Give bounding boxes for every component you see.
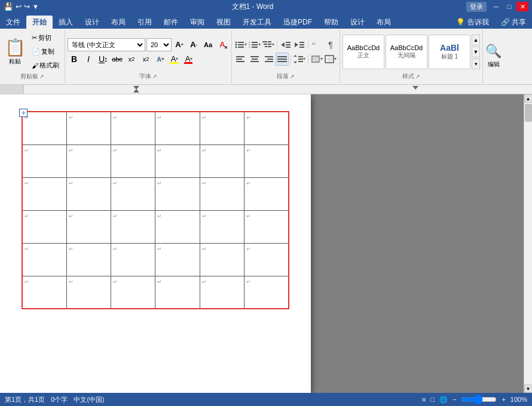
- table-cell[interactable]: ↵: [22, 276, 66, 309]
- copy-button[interactable]: 📄 复制: [29, 45, 62, 58]
- bullet-list-button[interactable]: ▾: [234, 38, 247, 51]
- table-cell[interactable]: ↵: [66, 112, 111, 144]
- tab-references[interactable]: 引用: [132, 16, 158, 29]
- tab-share[interactable]: 🔗 共享: [495, 16, 532, 29]
- tab-developer[interactable]: 开发工具: [237, 16, 277, 29]
- table-cell[interactable]: ↵: [111, 210, 155, 243]
- font-size-select[interactable]: 20: [146, 38, 172, 51]
- table-cell[interactable]: ↵: [111, 144, 155, 177]
- align-center-button[interactable]: [248, 53, 261, 66]
- tab-mailings[interactable]: 邮件: [158, 16, 184, 29]
- clipboard-expand-icon[interactable]: ↗: [39, 73, 44, 79]
- format-painter-button[interactable]: 🖌 格式刷: [29, 59, 62, 72]
- style-normal[interactable]: AaBbCcDd 正文: [343, 35, 384, 69]
- font-expand-icon[interactable]: ↗: [152, 73, 157, 79]
- table-cell[interactable]: ↵: [244, 210, 289, 243]
- text-effects-button[interactable]: A▾: [154, 53, 167, 66]
- decrease-indent-button[interactable]: [279, 38, 292, 51]
- table-cell[interactable]: ↵: [22, 210, 66, 243]
- justify-button[interactable]: [276, 53, 289, 66]
- align-left-button[interactable]: [234, 53, 247, 66]
- italic-button[interactable]: I: [82, 53, 95, 66]
- styles-expand-icon[interactable]: ↗: [415, 73, 420, 79]
- table-cell[interactable]: ↵: [155, 276, 200, 309]
- multilevel-list-button[interactable]: ▾: [262, 38, 275, 51]
- strikethrough-button[interactable]: abc: [111, 53, 124, 66]
- tab-table-design[interactable]: 设计: [344, 16, 371, 29]
- paragraph-expand-icon[interactable]: ↗: [290, 73, 295, 79]
- tab-table-layout[interactable]: 布局: [371, 16, 397, 29]
- restore-button[interactable]: □: [503, 2, 515, 11]
- table-cell[interactable]: ↵: [111, 276, 155, 309]
- tab-insert[interactable]: 插入: [53, 16, 79, 29]
- line-spacing-button[interactable]: ▾: [293, 53, 306, 66]
- style-heading1[interactable]: AaBl 标题 1: [429, 35, 470, 69]
- underline-button[interactable]: U▾: [96, 53, 109, 66]
- shrink-font-button[interactable]: A-: [187, 38, 200, 51]
- table-cell[interactable]: ↵: [111, 177, 155, 210]
- table-cell[interactable]: ↵: [111, 112, 155, 144]
- table-cell[interactable]: ↵: [155, 144, 200, 177]
- change-case-button[interactable]: Aa: [201, 38, 215, 51]
- table-cell[interactable]: ↵: [200, 144, 244, 177]
- table-cell[interactable]: ↵: [244, 177, 289, 210]
- table-cell[interactable]: ↵: [155, 243, 200, 276]
- styles-scroll-up[interactable]: ▲: [472, 35, 480, 45]
- undo-icon[interactable]: ↩: [16, 2, 22, 11]
- table-cell[interactable]: ↵: [66, 177, 111, 210]
- table-cell[interactable]: ↵: [200, 276, 244, 309]
- table-cell[interactable]: ↵: [155, 177, 200, 210]
- minimize-button[interactable]: ─: [490, 2, 502, 11]
- zoom-slider[interactable]: [461, 395, 497, 404]
- table-cell[interactable]: ↵: [200, 177, 244, 210]
- sort-button[interactable]: A↕: [310, 38, 323, 51]
- table-cell[interactable]: ↵: [200, 112, 244, 144]
- table-cell[interactable]: ↵: [66, 276, 111, 309]
- table-cell[interactable]: ↵: [244, 243, 289, 276]
- login-button[interactable]: 登录: [466, 2, 487, 12]
- tab-design[interactable]: 设计: [79, 16, 105, 29]
- table-cell[interactable]: ↵: [200, 210, 244, 243]
- save-icon[interactable]: 💾: [4, 2, 13, 11]
- cut-button[interactable]: ✂ 剪切: [29, 32, 62, 44]
- zoom-in-icon[interactable]: +: [502, 396, 505, 403]
- scroll-up-button[interactable]: ▲: [524, 94, 533, 103]
- font-name-select[interactable]: 等线 (中文正文: [68, 38, 145, 51]
- zoom-percent[interactable]: 100%: [510, 396, 527, 403]
- zoom-out-icon[interactable]: −: [452, 396, 456, 403]
- show-marks-button[interactable]: ¶: [324, 38, 337, 51]
- table-cell[interactable]: ↵: [244, 276, 289, 309]
- read-view-icon[interactable]: ≡: [422, 396, 426, 403]
- align-right-button[interactable]: [262, 53, 275, 66]
- scroll-thumb[interactable]: [525, 104, 532, 122]
- ruler-right-indent[interactable]: [412, 86, 418, 90]
- styles-expand-button[interactable]: ▾: [472, 59, 480, 69]
- style-no-spacing[interactable]: AaBbCcDd 无间隔: [386, 35, 427, 69]
- tab-tell-me[interactable]: 💡 告诉我: [450, 16, 494, 29]
- styles-scroll-down[interactable]: ▼: [472, 47, 480, 57]
- tab-view[interactable]: 视图: [210, 16, 237, 29]
- scroll-down-button[interactable]: ▼: [524, 385, 533, 393]
- web-view-icon[interactable]: 🌐: [439, 396, 448, 404]
- tab-file[interactable]: 文件: [0, 16, 26, 29]
- clear-format-button[interactable]: A ✕: [216, 38, 229, 51]
- table-cell[interactable]: ↵: [22, 112, 66, 144]
- subscript-button[interactable]: x2: [125, 53, 138, 66]
- table-cell[interactable]: ↵: [155, 210, 200, 243]
- table-cell[interactable]: ↵: [66, 210, 111, 243]
- tab-layout[interactable]: 布局: [105, 16, 132, 29]
- table-cell[interactable]: ↵: [244, 144, 289, 177]
- superscript-button[interactable]: x2: [139, 53, 152, 66]
- redo-icon[interactable]: ↪: [24, 2, 30, 11]
- table-cell[interactable]: ↵: [66, 144, 111, 177]
- table-move-handle[interactable]: ✛: [19, 109, 27, 117]
- close-button[interactable]: ✕: [516, 2, 528, 11]
- bold-button[interactable]: B: [68, 53, 81, 66]
- tab-help[interactable]: 帮助: [318, 16, 344, 29]
- increase-indent-button[interactable]: [293, 38, 306, 51]
- numbered-list-button[interactable]: 1.2.3. ▾: [248, 38, 261, 51]
- shading-button[interactable]: ▾: [310, 53, 323, 66]
- font-color-button[interactable]: A ▾: [182, 53, 195, 66]
- paste-button[interactable]: 📋 粘贴: [2, 34, 27, 70]
- highlight-color-button[interactable]: A ▾: [168, 53, 181, 66]
